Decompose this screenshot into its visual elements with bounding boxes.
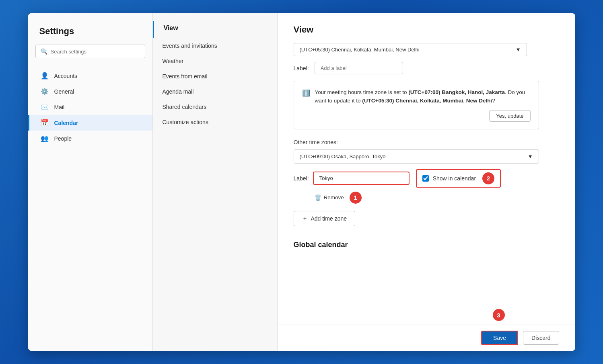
other-tz-label: Other time zones:: [294, 139, 556, 145]
sidebar-title: Settings: [28, 26, 152, 45]
info-icon: ℹ️: [302, 89, 310, 122]
middle-nav-agenda-mail[interactable]: Agenda mail: [153, 84, 277, 99]
info-text: Your meeting hours time zone is set to (…: [315, 89, 525, 104]
sidebar-item-accounts-label: Accounts: [54, 73, 78, 79]
label-top-row: Label:: [294, 62, 556, 74]
main-inner: View (UTC+05:30) Chennai, Kolkata, Mumba…: [278, 13, 575, 325]
remove-label: Remove: [324, 194, 344, 200]
sidebar-item-accounts[interactable]: 👤 Accounts: [28, 68, 152, 84]
sidebar-item-people[interactable]: 👥 People: [28, 131, 152, 146]
sidebar-item-general[interactable]: ⚙️ General: [28, 84, 152, 99]
sidebar: Settings 🔍 👤 Accounts ⚙️ General ✉️ Mail…: [28, 13, 153, 351]
people-icon: 👥: [41, 135, 49, 142]
sidebar-item-calendar-label: Calendar: [54, 120, 78, 126]
sidebar-item-people-label: People: [54, 135, 72, 142]
sidebar-item-mail[interactable]: ✉️ Mail: [28, 99, 152, 115]
search-icon: 🔍: [41, 48, 47, 55]
sidebar-item-calendar[interactable]: 📅 Calendar: [28, 115, 152, 131]
middle-title: View: [153, 21, 277, 38]
global-calendar-title: Global calendar: [294, 241, 556, 249]
mail-icon: ✉️: [41, 103, 49, 111]
add-time-zone-button[interactable]: ＋ Add time zone: [294, 211, 356, 226]
save-button[interactable]: Save: [481, 331, 518, 345]
other-tz-dropdown[interactable]: (UTC+09:00) Osaka, Sapporo, Tokyo ▼: [294, 149, 539, 164]
trash-icon: 🗑️: [315, 194, 321, 201]
label-input-top[interactable]: [315, 62, 403, 74]
page-title: View: [294, 25, 556, 35]
show-in-calendar-checkbox[interactable]: [422, 175, 429, 182]
accounts-icon: 👤: [41, 72, 49, 80]
show-in-calendar-group: Show in calendar 2: [416, 169, 501, 188]
label-text-top: Label:: [294, 65, 309, 72]
info-box: ℹ️ Your meeting hours time zone is set t…: [294, 81, 539, 129]
middle-nav-events-invitations[interactable]: Events and invitations: [153, 38, 277, 53]
label-show-row: Label: Show in calendar 2: [294, 169, 556, 188]
tokyo-input[interactable]: [313, 172, 410, 185]
plus-icon: ＋: [302, 215, 308, 222]
other-tz-value: (UTC+09:00) Osaka, Sapporo, Tokyo: [300, 153, 386, 160]
middle-nav-events-from-email[interactable]: Events from email: [153, 69, 277, 84]
middle-nav-customize-actions[interactable]: Customize actions: [153, 115, 277, 130]
global-calendar-section: Global calendar: [294, 241, 556, 249]
middle-panel: View Events and invitations Weather Even…: [153, 13, 278, 351]
timezone-top-value: (UTC+05:30) Chennai, Kolkata, Mumbai, Ne…: [300, 47, 420, 53]
timezone-top-row: (UTC+05:30) Chennai, Kolkata, Mumbai, Ne…: [294, 43, 556, 56]
discard-button[interactable]: Discard: [523, 331, 559, 345]
search-input[interactable]: [51, 49, 140, 55]
sidebar-item-mail-label: Mail: [54, 104, 65, 110]
label-field-group: Label:: [294, 172, 410, 185]
settings-window: Settings 🔍 👤 Accounts ⚙️ General ✉️ Mail…: [28, 13, 575, 351]
calendar-icon: 📅: [41, 119, 49, 127]
annotation-1: 1: [350, 192, 362, 204]
add-tz-label: Add time zone: [311, 215, 347, 222]
remove-row: 🗑️ Remove 1: [315, 192, 556, 204]
middle-nav-shared-calendars[interactable]: Shared calendars: [153, 99, 277, 115]
other-tz-chevron: ▼: [528, 153, 533, 160]
middle-nav-weather[interactable]: Weather: [153, 53, 277, 69]
general-icon: ⚙️: [41, 88, 49, 95]
info-content: Your meeting hours time zone is set to (…: [315, 88, 531, 122]
yes-update-button[interactable]: Yes, update: [489, 110, 530, 122]
annotation-3: 3: [493, 309, 505, 321]
annotation-2: 2: [482, 172, 494, 184]
main-content: View (UTC+05:30) Chennai, Kolkata, Mumba…: [278, 13, 575, 351]
search-box[interactable]: 🔍: [35, 45, 145, 58]
bottom-bar: 3 Save Discard: [278, 325, 575, 351]
timezone-top-dropdown[interactable]: (UTC+05:30) Chennai, Kolkata, Mumbai, Ne…: [294, 43, 527, 56]
sidebar-item-general-label: General: [54, 88, 74, 95]
show-in-calendar-label: Show in calendar: [433, 175, 476, 182]
remove-button[interactable]: 🗑️ Remove: [315, 194, 344, 201]
label-text-bottom: Label:: [294, 175, 309, 182]
timezone-top-chevron: ▼: [516, 47, 521, 53]
